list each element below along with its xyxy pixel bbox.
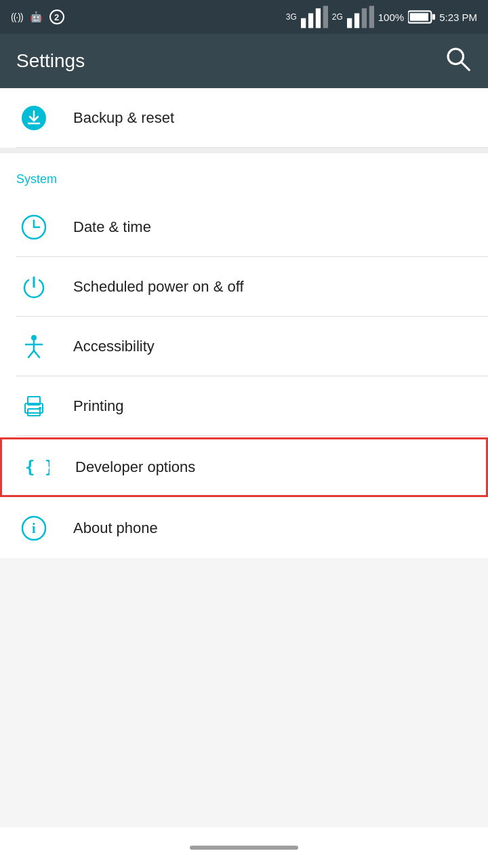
notification-badge: 2 [49,9,64,24]
settings-item-about-phone[interactable]: i About phone [0,498,488,558]
printing-label: Printing [73,397,124,415]
settings-item-backup-reset[interactable]: Backup & reset [0,88,488,148]
network-2g-icon: 2G [332,12,343,22]
system-section-header: System [0,153,488,197]
wifi-icon: ((·)) [11,12,23,22]
status-right: 3G 2G 100% 5:23 PM [286,3,477,31]
signal-bars-3g [301,3,328,31]
svg-line-12 [462,62,469,70]
search-button[interactable] [445,45,472,77]
battery-icon [408,3,435,31]
svg-rect-0 [301,18,306,28]
svg-text:i: i [32,521,36,536]
battery-percentage: 100% [378,12,404,23]
svg-rect-3 [323,6,327,28]
signal-bars-2g [347,3,374,31]
info-icon: i [16,511,52,546]
time: 5:23 PM [439,12,477,23]
accessibility-label: Accessibility [73,338,155,355]
backup-icon [16,100,52,136]
network-3g-icon: 3G [286,12,297,22]
settings-item-scheduled-power[interactable]: Scheduled power on & off [0,257,488,317]
svg-line-21 [34,351,39,357]
backup-reset-label: Backup & reset [73,109,174,127]
settings-item-developer-options[interactable]: { } Developer options [0,437,488,497]
svg-rect-9 [410,13,428,20]
android-icon: 🤖 [30,11,43,23]
svg-line-20 [28,351,34,357]
scheduled-power-label: Scheduled power on & off [73,278,244,296]
system-section-title: System [16,172,57,186]
svg-rect-4 [347,18,352,28]
settings-item-accessibility[interactable]: Accessibility [0,317,488,376]
clock-icon [16,210,52,245]
svg-rect-5 [354,14,359,28]
status-bar: ((·)) 🤖 2 3G 2G 100% 5:23 PM [0,0,488,34]
page-title: Settings [16,50,85,72]
svg-text:{ }: { } [25,458,49,477]
svg-point-25 [39,407,41,410]
svg-rect-10 [432,14,435,20]
about-phone-label: About phone [73,519,158,537]
accessibility-icon [16,329,52,364]
app-bar: Settings [0,34,488,88]
svg-rect-6 [362,8,367,28]
home-indicator [190,846,298,850]
section-divider [0,148,488,153]
settings-content: Backup & reset System Date & time Schedu… [0,88,488,558]
developer-options-label: Developer options [75,458,195,476]
settings-item-date-time[interactable]: Date & time [0,197,488,257]
bottom-bar [0,827,488,868]
svg-rect-1 [308,14,313,28]
date-time-label: Date & time [73,218,151,236]
developer-icon: { } [18,450,54,485]
settings-item-printing[interactable]: Printing [0,376,488,436]
status-left: ((·)) 🤖 2 [11,9,64,24]
svg-rect-2 [316,8,321,28]
power-icon [16,269,52,304]
print-icon [16,389,52,424]
svg-rect-7 [369,6,373,28]
